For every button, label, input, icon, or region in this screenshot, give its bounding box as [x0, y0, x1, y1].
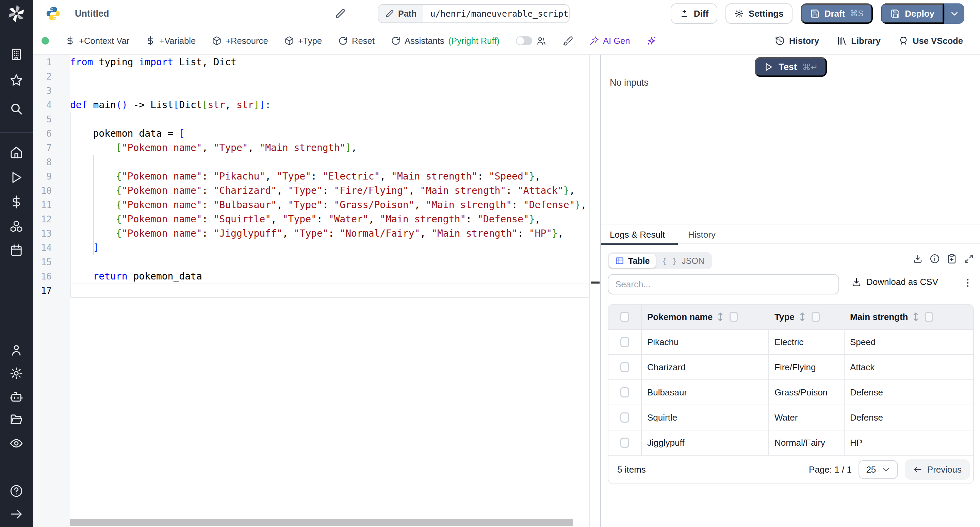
tab-logs-result[interactable]: Logs & Result	[610, 224, 665, 245]
table-row[interactable]: PikachuElectricSpeed	[608, 330, 973, 355]
draft-button[interactable]: Draft ⌘S	[801, 3, 873, 24]
add-context-var-button[interactable]: +Context Var	[65, 36, 129, 46]
code-line[interactable]: {"Pokemon name": "Squirtle", "Type": "Wa…	[70, 212, 589, 227]
workers-robot-icon[interactable]	[9, 390, 24, 405]
ai-gen-button[interactable]: AI Gen	[589, 36, 630, 46]
code-line[interactable]: {"Pokemon name": "Bulbasaur", "Type": "G…	[70, 198, 589, 212]
library-button[interactable]: Library	[837, 36, 881, 46]
format-brush-button[interactable]	[563, 36, 573, 46]
history-button[interactable]: History	[775, 36, 819, 46]
diff-button[interactable]: Diff	[671, 3, 717, 24]
line-number: 7	[33, 141, 70, 155]
code-line[interactable]: return pokemon_data	[70, 269, 589, 284]
column-header[interactable]: Type	[769, 305, 845, 329]
code-line[interactable]: ["Pokemon name", "Type", "Main strength"…	[70, 141, 589, 155]
code-line[interactable]: {"Pokemon name": "Jigglypuff", "Type": "…	[70, 227, 589, 241]
windmill-logo-icon[interactable]	[5, 3, 27, 24]
assistants-button[interactable]: Assistants (Pyright Ruff)	[391, 36, 500, 46]
path-value[interactable]: u/henri/maneuverable_script	[423, 5, 570, 22]
code-line[interactable]: ]	[70, 241, 589, 255]
table-cell: Squirtle	[642, 405, 769, 430]
table-row[interactable]: SquirtleWaterDefense	[608, 405, 973, 430]
deploy-button[interactable]: Deploy	[881, 3, 944, 24]
view-json-option[interactable]: { } JSON	[656, 254, 710, 268]
panel-splitter-handle[interactable]	[591, 281, 600, 284]
tab-history[interactable]: History	[688, 224, 716, 245]
toggle-switch[interactable]	[516, 37, 532, 45]
code-line[interactable]	[70, 155, 589, 169]
expand-arrow-right-icon[interactable]	[9, 506, 24, 522]
settings-button[interactable]: Settings	[725, 3, 792, 24]
maximize-icon[interactable]	[964, 254, 974, 264]
resources-boxes-icon[interactable]	[9, 219, 24, 234]
path-field[interactable]: Path u/henri/maneuverable_script	[378, 4, 570, 23]
refresh-icon	[338, 36, 348, 46]
home-icon[interactable]	[9, 145, 24, 160]
reset-button[interactable]: Reset	[338, 36, 375, 46]
row-checkbox[interactable]	[608, 355, 642, 379]
code-line[interactable]	[70, 84, 589, 98]
row-checkbox[interactable]	[608, 380, 642, 405]
row-checkbox[interactable]	[608, 330, 642, 354]
folder-open-icon[interactable]	[9, 412, 24, 427]
page-size-select[interactable]: 25	[859, 460, 898, 479]
edit-pencil-icon[interactable]	[335, 8, 346, 19]
download-csv-button[interactable]: Download as CSV	[851, 277, 938, 287]
code-line[interactable]	[70, 69, 589, 84]
code-line[interactable]: from typing import List, Dict	[70, 55, 589, 69]
editor-horizontal-scrollbar[interactable]	[70, 519, 573, 526]
view-table-option[interactable]: Table	[609, 254, 656, 268]
code-line[interactable]: def main() -> List[Dict[str, str]]:	[70, 98, 589, 112]
test-button[interactable]: Test ⌘↵	[755, 57, 827, 77]
code-line[interactable]: pokemon_data = [	[70, 127, 589, 141]
info-icon[interactable]	[930, 254, 940, 264]
user-icon[interactable]	[9, 343, 24, 358]
schedules-calendar-icon[interactable]	[9, 243, 24, 258]
result-actions	[913, 254, 974, 264]
column-header[interactable]: Main strength	[845, 305, 973, 329]
column-filter-box[interactable]	[925, 312, 933, 322]
line-number: 14	[33, 241, 70, 255]
more-options-button[interactable]	[962, 277, 973, 290]
code-line[interactable]	[70, 112, 589, 127]
sort-icon[interactable]	[799, 312, 806, 322]
sort-icon[interactable]	[912, 312, 920, 322]
code-editor[interactable]: from typing import List, Dictdef main() …	[70, 55, 590, 527]
deploy-dropdown-button[interactable]	[945, 3, 964, 24]
row-checkbox[interactable]	[608, 405, 642, 430]
row-checkbox[interactable]	[608, 430, 642, 455]
code-line[interactable]	[70, 255, 589, 269]
column-header[interactable]: Pokemon name	[642, 305, 769, 329]
table-row[interactable]: JigglypuffNormal/FairyHP	[608, 430, 973, 456]
column-filter-box[interactable]	[811, 312, 820, 322]
table-row[interactable]: CharizardFire/FlyingAttack	[608, 355, 973, 380]
favorites-star-icon[interactable]	[9, 73, 24, 88]
help-icon[interactable]	[9, 484, 24, 498]
multiplayer-toggle[interactable]	[516, 36, 546, 46]
audit-eye-icon[interactable]	[9, 436, 24, 451]
add-variable-button[interactable]: +Variable	[146, 36, 196, 46]
search-input[interactable]	[608, 274, 839, 294]
variables-dollar-icon[interactable]	[9, 194, 24, 210]
add-type-button[interactable]: +Type	[285, 36, 322, 46]
vscode-icon	[898, 36, 908, 46]
add-resource-button[interactable]: +Resource	[212, 36, 268, 46]
column-filter-box[interactable]	[730, 312, 738, 322]
play-icon	[764, 62, 773, 72]
use-vscode-button[interactable]: Use VScode	[898, 36, 963, 46]
workspace-building-icon[interactable]	[9, 47, 24, 62]
previous-page-button[interactable]: Previous	[905, 459, 970, 480]
clipboard-copy-icon[interactable]	[947, 254, 957, 264]
code-line[interactable]	[70, 284, 589, 298]
sort-icon[interactable]	[717, 312, 724, 322]
settings-gear-icon[interactable]	[9, 366, 24, 381]
table-cell: Fire/Flying	[769, 355, 845, 379]
download-icon[interactable]	[913, 254, 923, 264]
select-all-checkbox[interactable]	[608, 305, 642, 329]
runs-play-icon[interactable]	[9, 170, 24, 185]
code-line[interactable]: {"Pokemon name": "Charizard", "Type": "F…	[70, 184, 589, 198]
search-icon[interactable]	[9, 101, 24, 116]
code-line[interactable]: {"Pokemon name": "Pikachu", "Type": "Ele…	[70, 169, 589, 184]
sparkles-button[interactable]	[646, 36, 657, 46]
table-row[interactable]: BulbasaurGrass/PoisonDefense	[608, 380, 973, 405]
